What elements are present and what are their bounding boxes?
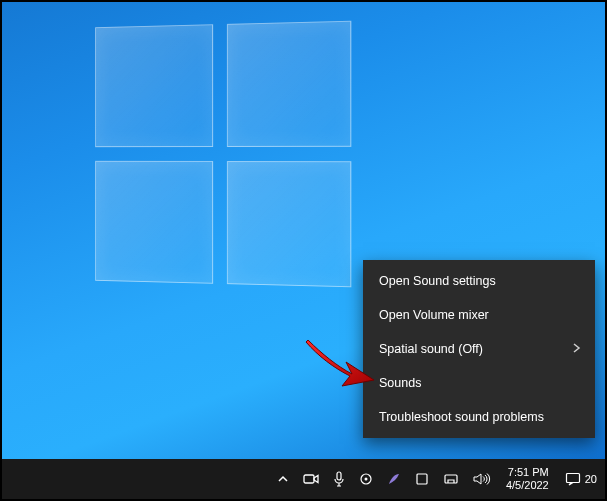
box-icon	[415, 472, 429, 486]
tray-overflow-chevron[interactable]	[270, 459, 296, 499]
menu-item-label: Open Sound settings	[379, 274, 496, 288]
tray-feather[interactable]	[380, 459, 408, 499]
menu-item-open-sound-settings[interactable]: Open Sound settings	[363, 264, 595, 298]
system-tray: 7:51 PM 4/5/2022 20	[270, 459, 605, 499]
svg-rect-1	[337, 472, 341, 480]
ethernet-icon	[443, 472, 459, 486]
chevron-up-icon	[277, 473, 289, 485]
menu-item-spatial-sound[interactable]: Spatial sound (Off)	[363, 332, 595, 366]
tray-volume[interactable]	[466, 459, 498, 499]
desktop-background[interactable]: Open Sound settings Open Volume mixer Sp…	[2, 2, 605, 459]
speaker-icon	[473, 472, 491, 486]
feather-icon	[387, 472, 401, 486]
sound-context-menu: Open Sound settings Open Volume mixer Sp…	[363, 260, 595, 438]
clock-time: 7:51 PM	[508, 466, 549, 479]
microphone-icon	[333, 471, 345, 487]
svg-rect-5	[445, 475, 457, 483]
tray-app[interactable]	[408, 459, 436, 499]
tray-location[interactable]	[352, 459, 380, 499]
location-icon	[359, 472, 373, 486]
svg-rect-0	[304, 475, 314, 483]
action-center-button[interactable]: 20	[557, 459, 605, 499]
notification-count: 20	[585, 473, 597, 485]
menu-item-sounds[interactable]: Sounds	[363, 366, 595, 400]
menu-item-troubleshoot-sound[interactable]: Troubleshoot sound problems	[363, 400, 595, 434]
menu-item-label: Troubleshoot sound problems	[379, 410, 544, 424]
menu-item-open-volume-mixer[interactable]: Open Volume mixer	[363, 298, 595, 332]
menu-item-label: Open Volume mixer	[379, 308, 489, 322]
camera-icon	[303, 472, 319, 486]
tray-network[interactable]	[436, 459, 466, 499]
menu-item-label: Sounds	[379, 376, 421, 390]
svg-point-3	[364, 478, 367, 481]
taskbar: 7:51 PM 4/5/2022 20	[2, 459, 605, 499]
menu-item-label: Spatial sound (Off)	[379, 342, 483, 356]
tray-meet-now[interactable]	[296, 459, 326, 499]
taskbar-clock[interactable]: 7:51 PM 4/5/2022	[498, 459, 557, 499]
clock-date: 4/5/2022	[506, 479, 549, 492]
notification-icon	[565, 472, 581, 486]
svg-rect-6	[566, 474, 579, 483]
tray-microphone[interactable]	[326, 459, 352, 499]
windows-logo	[95, 21, 351, 288]
svg-rect-4	[417, 474, 427, 484]
chevron-right-icon	[573, 342, 581, 356]
